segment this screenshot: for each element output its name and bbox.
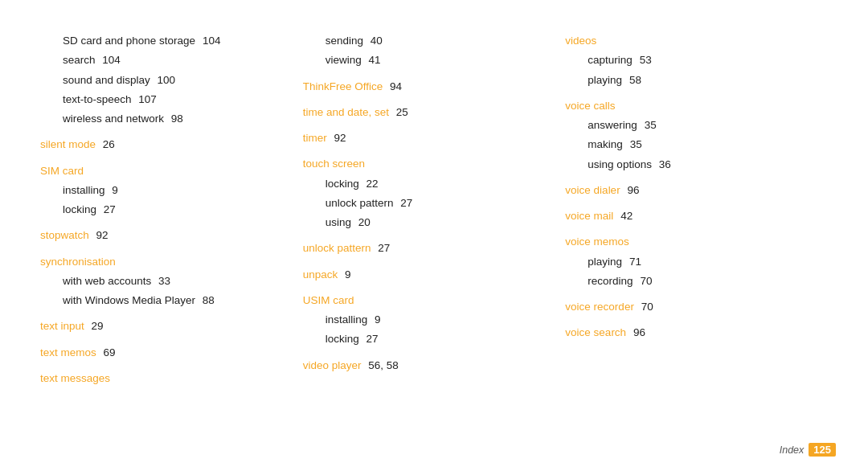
page-ref: 98 — [168, 113, 183, 125]
sub-text: making — [588, 138, 623, 150]
heading-text: voice memos — [565, 236, 629, 248]
column-2: sending 40viewing 41ThinkFree Office 94t… — [303, 32, 566, 439]
sub-text: text-to-speech — [63, 93, 132, 105]
page-ref: 96 — [630, 326, 645, 338]
heading-text: video player — [303, 359, 362, 371]
index-heading: ThinkFree Office 94 — [303, 78, 566, 96]
heading-text: voice calls — [565, 100, 615, 112]
page-ref: 42 — [617, 210, 633, 222]
page-ref: 104 — [100, 54, 121, 66]
page-ref: 92 — [331, 132, 346, 144]
spacer — [565, 292, 828, 297]
footer-label: Index — [780, 444, 805, 456]
index-heading: video player 56, 58 — [303, 357, 566, 375]
sub-text: wireless and network — [63, 113, 164, 125]
page-ref: 20 — [355, 216, 371, 228]
spacer — [565, 317, 828, 322]
spacer — [40, 363, 303, 368]
index-heading: USIM card — [303, 292, 566, 309]
index-sub-item: wireless and network 98 — [40, 110, 303, 128]
index-sub-item: locking 22 — [303, 175, 566, 193]
sub-text: answering — [588, 119, 637, 131]
index-sub-item: SD card and phone storage 104 — [40, 32, 303, 50]
heading-text: timer — [303, 132, 327, 144]
column-3: videoscapturing 53playing 58voice callsa… — [565, 32, 828, 439]
sub-text: using options — [588, 158, 652, 170]
sub-text: with web accounts — [63, 275, 151, 287]
heading-text: voice recorder — [565, 301, 634, 313]
index-sub-item: using 20 — [303, 214, 566, 231]
page-ref: 29 — [88, 320, 104, 332]
heading-text: unlock pattern — [303, 242, 371, 254]
index-heading: voice memos — [565, 233, 828, 251]
index-sub-item: installing 9 — [303, 311, 566, 329]
spacer — [40, 156, 303, 161]
spacer — [40, 220, 303, 225]
page-ref: 94 — [387, 80, 402, 92]
heading-text: voice dialer — [565, 184, 620, 196]
sub-text: SD card and phone storage — [63, 35, 195, 47]
page-ref: 69 — [100, 346, 116, 358]
page-ref: 9 — [371, 313, 380, 326]
index-sub-item: installing 9 — [40, 182, 303, 199]
heading-text: voice mail — [565, 210, 613, 222]
index-sub-item: with Windows Media Player 88 — [40, 292, 303, 309]
index-sub-item: sending 40 — [303, 32, 566, 50]
index-sub-item: making 35 — [565, 136, 828, 154]
index-heading: text input 29 — [40, 317, 303, 335]
heading-text: videos — [565, 35, 596, 47]
heading-text: text memos — [40, 346, 96, 358]
sub-text: search — [63, 54, 96, 66]
index-sub-item: unlock pattern 27 — [303, 195, 566, 212]
index-sub-item: using options 36 — [565, 156, 828, 174]
page-ref: 27 — [100, 203, 116, 215]
sub-text: locking — [63, 203, 96, 215]
spacer — [303, 350, 566, 355]
page-ref: 9 — [109, 184, 118, 196]
page-ref: 22 — [363, 178, 379, 190]
page-ref: 104 — [199, 35, 220, 47]
page-ref: 27 — [363, 333, 379, 345]
index-sub-item: capturing 53 — [565, 51, 828, 69]
page-ref: 36 — [656, 158, 671, 170]
page-ref: 27 — [397, 197, 412, 209]
page-ref: 27 — [375, 242, 390, 254]
sub-text: installing — [326, 313, 368, 326]
heading-text: unpack — [303, 268, 338, 281]
spacer — [40, 338, 303, 342]
spacer — [303, 72, 566, 76]
footer: Index 125 — [780, 443, 836, 457]
sub-text: viewing — [326, 54, 362, 66]
page-ref: 58 — [626, 74, 641, 86]
page-ref: 71 — [626, 256, 641, 268]
index-sub-item: text-to-speech 107 — [40, 91, 303, 109]
page-number: 125 — [809, 443, 836, 457]
heading-text: SIM card — [40, 165, 84, 177]
index-sub-item: playing 58 — [565, 72, 828, 89]
index-sub-item: recording 70 — [565, 272, 828, 290]
page-ref: 100 — [154, 74, 175, 86]
page-ref: 107 — [136, 93, 157, 105]
sub-text: using — [326, 216, 351, 228]
page-ref: 70 — [638, 301, 653, 313]
index-sub-item: sound and display 100 — [40, 72, 303, 89]
page-ref: 35 — [627, 138, 642, 150]
index-heading: unpack 9 — [303, 266, 566, 284]
sub-text: playing — [588, 74, 622, 86]
page-ref: 41 — [366, 54, 381, 66]
page-ref: 96 — [624, 184, 640, 196]
page-ref: 33 — [155, 275, 170, 287]
spacer — [565, 91, 828, 96]
index-heading: synchronisation — [40, 253, 303, 271]
sub-text: capturing — [588, 54, 633, 66]
heading-text: text input — [40, 320, 84, 332]
index-sub-item: answering 35 — [565, 117, 828, 134]
page-ref: 56, 58 — [365, 359, 398, 371]
spacer — [303, 97, 566, 102]
index-heading: timer 92 — [303, 129, 566, 147]
sub-text: playing — [588, 256, 622, 268]
index-heading: voice recorder 70 — [565, 298, 828, 316]
spacer — [303, 233, 566, 238]
index-sub-item: locking 27 — [40, 201, 303, 219]
page-ref: 35 — [641, 119, 657, 131]
